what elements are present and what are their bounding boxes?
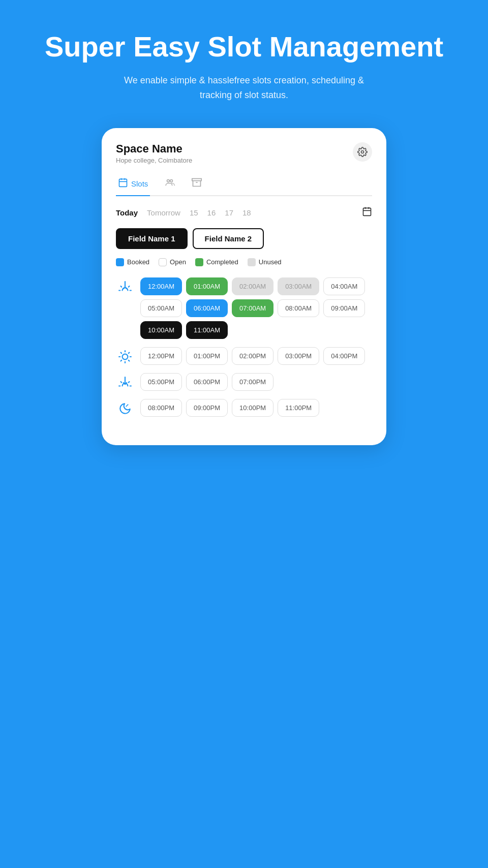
tab-groups[interactable]: [162, 173, 177, 196]
slot-0400am[interactable]: 04:00AM: [323, 277, 365, 295]
field-selector: Field Name 1 Field Name 2: [116, 228, 372, 249]
legend-completed-label: Completed: [206, 258, 238, 266]
slot-0800pm[interactable]: 08:00PM: [140, 399, 182, 417]
slots-grid-sunrise: 12:00AM01:00AM02:00AM03:00AM04:00AM05:00…: [140, 277, 372, 339]
sunset-icon: [116, 373, 134, 389]
svg-line-23: [129, 360, 130, 361]
groups-icon: [164, 177, 175, 190]
svg-line-14: [121, 286, 122, 287]
svg-line-27: [129, 353, 130, 354]
slot-1100pm[interactable]: 11:00PM: [278, 399, 319, 417]
date-tomorrow[interactable]: Tomorrow: [147, 208, 180, 217]
date-15[interactable]: 15: [190, 208, 198, 217]
date-navigation: Today Tomorrow 15 16 17 18: [116, 206, 372, 219]
card-header: Space Name Hope college, Coimbatore: [116, 142, 372, 164]
field-2-button[interactable]: Field Name 2: [193, 228, 264, 249]
main-card: Space Name Hope college, Coimbatore Slot…: [102, 128, 386, 445]
space-name: Space Name: [116, 142, 192, 156]
time-section-sunset: 05:00PM06:00PM07:00PM: [116, 373, 372, 391]
slot-0300pm[interactable]: 03:00PM: [278, 347, 319, 365]
slot-0100am[interactable]: 01:00AM: [186, 277, 228, 295]
slot-0500pm[interactable]: 05:00PM: [140, 373, 182, 391]
legend-unused: Unused: [248, 258, 282, 266]
hero-subtitle: We enable simple & hasslefree slots crea…: [112, 73, 376, 103]
slot-1000pm[interactable]: 10:00PM: [232, 399, 273, 417]
date-17[interactable]: 17: [225, 208, 233, 217]
svg-point-6: [170, 179, 173, 182]
svg-point-0: [361, 150, 364, 153]
legend-booked: Booked: [116, 258, 149, 266]
settings-button[interactable]: [353, 142, 372, 162]
legend-open-label: Open: [170, 258, 186, 266]
tab-bar: Slots: [116, 173, 372, 196]
legend-booked-dot: [116, 258, 124, 266]
legend-open: Open: [159, 258, 186, 266]
legend: Booked Open Completed Unused: [116, 258, 372, 266]
tab-slots-label: Slots: [131, 179, 148, 188]
slot-0500am[interactable]: 05:00AM: [140, 299, 182, 317]
slot-0900pm[interactable]: 09:00PM: [186, 399, 228, 417]
legend-unused-dot: [248, 258, 256, 266]
date-18[interactable]: 18: [242, 208, 251, 217]
legend-open-dot: [159, 258, 167, 266]
svg-point-5: [167, 179, 170, 182]
slot-0400pm[interactable]: 04:00PM: [323, 347, 365, 365]
date-16[interactable]: 16: [207, 208, 216, 217]
slots-icon: [118, 177, 128, 190]
moon-icon: [116, 399, 134, 415]
time-sections: 12:00AM01:00AM02:00AM03:00AM04:00AM05:00…: [116, 277, 372, 417]
legend-booked-label: Booked: [127, 258, 149, 266]
svg-line-22: [121, 353, 122, 354]
slot-0700pm[interactable]: 07:00PM: [232, 373, 273, 391]
hero-title: Super Easy Slot Management: [45, 30, 443, 63]
svg-point-19: [123, 354, 128, 360]
slot-1100am[interactable]: 11:00AM: [186, 321, 228, 339]
slot-1200pm[interactable]: 12:00PM: [140, 347, 182, 365]
slots-grid-sunset: 05:00PM06:00PM07:00PM: [140, 373, 372, 391]
slot-0100pm[interactable]: 01:00PM: [186, 347, 228, 365]
field-1-button[interactable]: Field Name 1: [116, 228, 188, 249]
slot-1200am[interactable]: 12:00AM: [140, 277, 182, 295]
slots-grid-sun: 12:00PM01:00PM02:00PM03:00PM04:00PM: [140, 347, 372, 365]
calendar-icon[interactable]: [362, 206, 372, 219]
space-info: Space Name Hope college, Coimbatore: [116, 142, 192, 164]
svg-line-34: [126, 405, 127, 406]
slot-0300am[interactable]: 03:00AM: [278, 277, 319, 295]
tab-archive[interactable]: [190, 173, 204, 196]
svg-point-35: [127, 404, 128, 405]
archive-icon: [192, 177, 202, 190]
svg-line-29: [121, 382, 122, 383]
svg-line-26: [121, 360, 122, 361]
legend-completed-dot: [195, 258, 203, 266]
slot-0200pm[interactable]: 02:00PM: [232, 347, 273, 365]
slot-0600pm[interactable]: 06:00PM: [186, 373, 228, 391]
legend-unused-label: Unused: [259, 258, 282, 266]
date-today[interactable]: Today: [116, 208, 138, 217]
sunrise-icon: [116, 277, 134, 294]
slot-0800am[interactable]: 08:00AM: [278, 299, 319, 317]
time-section-sunrise: 12:00AM01:00AM02:00AM03:00AM04:00AM05:00…: [116, 277, 372, 339]
slot-0200am[interactable]: 02:00AM: [232, 277, 273, 295]
svg-line-32: [129, 382, 130, 383]
slot-0700am[interactable]: 07:00AM: [232, 299, 273, 317]
slot-1000am[interactable]: 10:00AM: [140, 321, 182, 339]
tab-slots[interactable]: Slots: [116, 173, 150, 196]
svg-rect-9: [363, 208, 371, 215]
svg-line-17: [129, 286, 130, 287]
time-section-sun: 12:00PM01:00PM02:00PM03:00PM04:00PM: [116, 347, 372, 365]
space-location: Hope college, Coimbatore: [116, 157, 192, 164]
svg-rect-7: [192, 178, 201, 180]
slot-0600am[interactable]: 06:00AM: [186, 299, 228, 317]
svg-rect-1: [119, 179, 127, 187]
legend-completed: Completed: [195, 258, 238, 266]
sun-icon: [116, 347, 134, 363]
slots-grid-moon: 08:00PM09:00PM10:00PM11:00PM: [140, 399, 372, 417]
time-section-moon: 08:00PM09:00PM10:00PM11:00PM: [116, 399, 372, 417]
slot-0900am[interactable]: 09:00AM: [323, 299, 365, 317]
